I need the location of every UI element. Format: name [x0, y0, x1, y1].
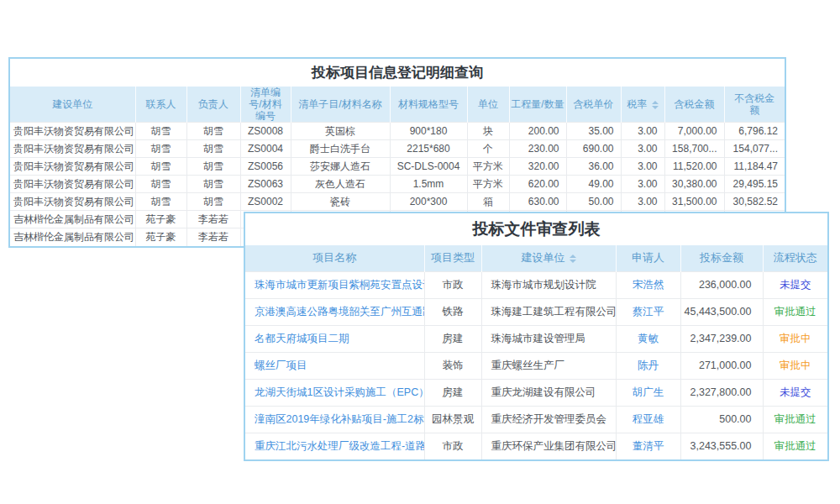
- table-cell: 灰色人造石: [291, 176, 390, 193]
- status-text: 未提交: [763, 379, 827, 406]
- table-cell: ZS0056: [240, 158, 291, 176]
- col-flow-status: 流程状态: [763, 245, 827, 271]
- applicant-link[interactable]: 蔡江平: [616, 298, 680, 325]
- col-unit: 单位: [467, 87, 509, 123]
- col-bid-amount: 投标金额: [680, 245, 763, 271]
- sort-icon[interactable]: [652, 101, 659, 109]
- table-cell: 2,347,239.00: [680, 325, 763, 352]
- col-amount-with-tax: 含税金额: [664, 87, 724, 123]
- project-name-link[interactable]: 潼南区2019年绿化补贴项目-施工2标段: [245, 406, 424, 433]
- table-cell: 李若若: [186, 211, 240, 228]
- project-name-link[interactable]: 名都天府城项目二期: [245, 325, 424, 352]
- col-tax-rate[interactable]: 税率: [621, 87, 664, 123]
- table-cell: 莎安娜人造石: [291, 158, 390, 176]
- table-cell: 贵阳丰沃物资贸易有限公司: [10, 193, 135, 211]
- table-cell: 胡雪: [186, 140, 240, 158]
- project-name-link[interactable]: 京港澳高速公路粤境韶关至广州互通路...: [245, 298, 424, 325]
- table1-header-row: 建设单位 联系人 负责人 清单编号/材料编号 清单子目/材料名称 材料规格型号 …: [10, 87, 785, 123]
- table-cell: 31,500.00: [664, 193, 724, 211]
- table2-title: 投标文件审查列表: [245, 213, 827, 245]
- table-cell: 200.00: [509, 123, 566, 140]
- table-cell: 50.00: [566, 193, 621, 211]
- status-text: 未提交: [763, 271, 827, 298]
- sort-icon[interactable]: [570, 255, 576, 263]
- table-row: 潼南区2019年绿化补贴项目-施工2标段园林景观重庆经济开发管理委员会程亚雄50…: [245, 406, 827, 433]
- table-cell: 630.00: [509, 193, 566, 211]
- table-cell: 胡雪: [135, 158, 186, 176]
- table-cell: 重庆螺丝生产厂: [481, 352, 616, 379]
- project-name-link[interactable]: 龙湖天街城1区设计采购施工（EPC）...: [245, 379, 424, 406]
- col-responsible: 负责人: [186, 87, 240, 123]
- table-cell: 30,380.00: [664, 176, 724, 193]
- col-amount-without-tax: 不含税金额: [724, 87, 785, 123]
- col-quantity: 工程量/数量: [509, 87, 566, 123]
- table-cell: 贵阳丰沃物资贸易有限公司: [10, 158, 135, 176]
- table-cell: 271,000.00: [680, 352, 763, 379]
- table-row: 重庆江北污水处理厂级改造工程-道路...市政重庆环保产业集团有限公司董清平3,2…: [245, 433, 827, 459]
- project-name-link[interactable]: 珠海市城市更新项目紫桐苑安置点设计...: [245, 271, 424, 298]
- table-cell: 箱: [467, 193, 509, 211]
- table-cell: 贵阳丰沃物资贸易有限公司: [10, 123, 135, 140]
- table-row: 龙湖天街城1区设计采购施工（EPC）...房建重庆龙湖建设有限公司胡广生2,32…: [245, 379, 827, 406]
- table-cell: 3.00: [621, 158, 664, 176]
- table-cell: 珠海市城市规划设计院: [481, 271, 616, 298]
- table-cell: 3,243,555.00: [680, 433, 763, 459]
- applicant-link[interactable]: 胡广生: [616, 379, 680, 406]
- table-cell: 市政: [424, 433, 481, 459]
- col-build-unit: 建设单位: [10, 87, 135, 123]
- col-tax-rate-label: 税率: [627, 98, 648, 110]
- col-applicant: 申请人: [616, 245, 680, 271]
- table-cell: 320.00: [509, 158, 566, 176]
- table-cell: 装饰: [424, 352, 481, 379]
- table-cell: 贵阳丰沃物资贸易有限公司: [10, 176, 135, 193]
- col-price-with-tax: 含税单价: [566, 87, 621, 123]
- col-material-name: 清单子目/材料名称: [291, 87, 390, 123]
- applicant-link[interactable]: 陈丹: [616, 352, 680, 379]
- table-cell: 市政: [424, 271, 481, 298]
- table-cell: 620.00: [509, 176, 566, 193]
- status-text: 审批中: [763, 352, 827, 379]
- table-cell: 30,582.52: [724, 193, 785, 211]
- status-text: 审批通过: [763, 406, 827, 433]
- table-cell: 6,796.12: [724, 123, 785, 140]
- table-cell: 房建: [424, 325, 481, 352]
- table-cell: 胡雪: [186, 123, 240, 140]
- table-cell: 重庆龙湖建设有限公司: [481, 379, 616, 406]
- col-build-unit-label: 建设单位: [522, 251, 565, 264]
- applicant-link[interactable]: 宋浩然: [616, 271, 680, 298]
- table-cell: 29,495.15: [724, 176, 785, 193]
- table-cell: 珠海建工建筑工程有限公司: [481, 298, 616, 325]
- table-cell: 瓷砖: [291, 193, 390, 211]
- applicant-link[interactable]: 程亚雄: [616, 406, 680, 433]
- table-cell: 块: [467, 123, 509, 140]
- table-cell: 500.00: [680, 406, 763, 433]
- table-cell: 苑子豪: [135, 228, 186, 246]
- table-row: 名都天府城项目二期房建珠海城市建设管理局黄敏2,347,239.00审批中: [245, 325, 827, 352]
- table-cell: SC-DLS-0004: [390, 158, 467, 176]
- table-cell: 3.00: [621, 140, 664, 158]
- applicant-link[interactable]: 黄敏: [616, 325, 680, 352]
- project-name-link[interactable]: 螺丝厂项目: [245, 352, 424, 379]
- table-cell: 英国棕: [291, 123, 390, 140]
- table-row: 京港澳高速公路粤境韶关至广州互通路...铁路珠海建工建筑工程有限公司蔡江平45,…: [245, 298, 827, 325]
- table-cell: 2,327,800.00: [680, 379, 763, 406]
- table-cell: 2215*680: [390, 140, 467, 158]
- table1-title: 投标项目信息登记明细查询: [10, 59, 785, 87]
- col-build-unit[interactable]: 建设单位: [481, 245, 616, 271]
- table-cell: 7,000.00: [664, 123, 724, 140]
- table-cell: 平方米: [467, 176, 509, 193]
- table-cell: 胡雪: [186, 158, 240, 176]
- status-text: 审批通过: [763, 433, 827, 459]
- table-cell: 200*300: [390, 193, 467, 211]
- table-cell: 胡雪: [186, 193, 240, 211]
- table-cell: 胡雪: [135, 140, 186, 158]
- table-cell: 11,184.47: [724, 158, 785, 176]
- applicant-link[interactable]: 董清平: [616, 433, 680, 459]
- col-spec-model: 材料规格型号: [390, 87, 467, 123]
- table-cell: ZS0008: [240, 123, 291, 140]
- table-cell: 吉林楷伦金属制品有限公司: [10, 228, 135, 246]
- table-cell: 154,077...: [724, 140, 785, 158]
- col-project-type: 项目类型: [424, 245, 481, 271]
- project-name-link[interactable]: 重庆江北污水处理厂级改造工程-道路...: [245, 433, 424, 459]
- bid-review-list-window: 投标文件审查列表 项目名称 项目类型 建设单位 申请人 投标金额 流程状态 珠海…: [244, 212, 829, 461]
